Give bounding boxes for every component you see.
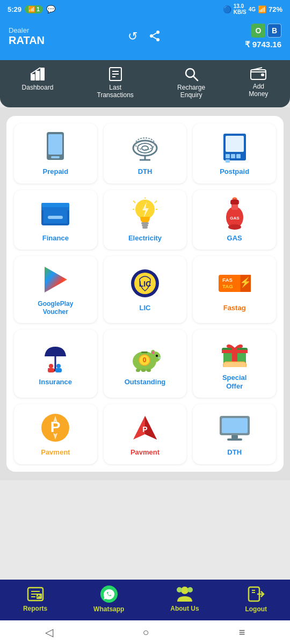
service-finance[interactable]: Finance	[14, 190, 97, 250]
outstanding-icon: 0	[129, 341, 161, 374]
bottom-whatsapp[interactable]: Whatsapp	[93, 585, 124, 613]
insurance-label: Insurance	[39, 378, 72, 386]
network-type: 4G	[249, 6, 256, 12]
service-payment1[interactable]: P Pavment	[14, 404, 97, 464]
svg-rect-88	[227, 438, 242, 441]
payment1-icon: P	[39, 412, 71, 444]
nav-recharge-enquiry[interactable]: Recharge Enquiry	[177, 67, 205, 99]
nav-dashboard-label: Dashboard	[22, 84, 54, 91]
nav-transactions-label: Last Transactions	[97, 84, 134, 99]
svg-point-96	[187, 587, 193, 592]
header-balance: O B ₹ 9743.16	[245, 24, 281, 49]
svg-text:LIC: LIC	[139, 280, 151, 288]
battery: 72%	[269, 5, 282, 13]
svg-rect-39	[142, 226, 148, 229]
gas-label: GAS	[227, 234, 242, 243]
dealer-name: RATAN	[9, 34, 45, 47]
fastag-label: Fastag	[223, 304, 246, 312]
insurance-icon	[39, 341, 71, 374]
service-postpaid[interactable]: Postpaid	[193, 123, 276, 184]
service-gas[interactable]: GAS GAS	[193, 190, 276, 250]
svg-rect-26	[226, 136, 244, 152]
svg-rect-72	[141, 352, 148, 353]
finance-icon	[39, 197, 71, 230]
svg-rect-6	[35, 71, 40, 80]
share-icon[interactable]	[148, 30, 161, 43]
svg-rect-75	[147, 369, 151, 372]
service-lic[interactable]: LIC LIC	[104, 256, 187, 323]
svg-point-0	[156, 31, 160, 34]
sim-badge: 📶 1	[25, 5, 43, 13]
svg-rect-18	[51, 156, 60, 158]
whatsapp-icon	[100, 585, 118, 603]
reports-label: Reports	[23, 605, 47, 612]
service-dth[interactable]: DTH	[104, 123, 187, 184]
badge-o: O	[251, 24, 265, 38]
bluetooth-icon: 🔵	[223, 5, 231, 13]
svg-point-12	[186, 69, 194, 77]
svg-line-4	[153, 33, 157, 35]
svg-rect-73	[136, 369, 140, 372]
dth-monitor-icon	[219, 412, 251, 444]
nav-dashboard[interactable]: Dashboard	[22, 67, 54, 99]
nav-add-money[interactable]: Add Money	[249, 67, 268, 99]
about-us-icon	[175, 586, 194, 603]
about-us-label: About Us	[170, 605, 199, 612]
nav-last-transactions[interactable]: Last Transactions	[97, 67, 134, 99]
android-back[interactable]: ◁	[45, 626, 53, 639]
service-dth2[interactable]: DTH	[193, 404, 276, 464]
bottom-reports[interactable]: Reports	[23, 586, 47, 612]
postpaid-label: Postpaid	[220, 167, 249, 176]
bottom-about-us[interactable]: About Us	[170, 586, 199, 612]
service-electricity[interactable]: Electricity	[104, 190, 187, 250]
service-grid: Prepaid DTH	[6, 116, 284, 472]
android-menu[interactable]: ≡	[239, 626, 245, 639]
svg-rect-27	[226, 154, 230, 158]
android-nav: ◁ ○ ≡	[0, 620, 290, 644]
svg-text:⚡: ⚡	[240, 276, 251, 288]
data-speed: 13.0KB/S	[234, 3, 247, 15]
svg-rect-30	[226, 159, 230, 163]
svg-rect-28	[231, 154, 235, 158]
svg-text:TAG: TAG	[222, 283, 233, 289]
nav-recharge-label: Recharge Enquiry	[177, 84, 205, 99]
svg-rect-81	[222, 350, 248, 353]
svg-rect-93	[37, 594, 42, 599]
googleplay-label: GooglePlay Voucher	[38, 300, 73, 316]
service-googleplay[interactable]: GooglePlay Voucher	[14, 256, 97, 323]
service-payment2[interactable]: P Pavment	[104, 404, 187, 464]
svg-rect-87	[231, 435, 238, 438]
balance-badges: O B	[251, 24, 281, 38]
electricity-label: Electricity	[128, 234, 162, 243]
svg-rect-63	[48, 368, 54, 372]
service-insurance[interactable]: Insurance	[14, 330, 97, 398]
svg-point-95	[181, 587, 189, 594]
badge-b: B	[267, 24, 281, 38]
payment2-label: Pavment	[130, 448, 160, 457]
main-content: Prepaid DTH	[0, 107, 290, 480]
nav-bar: Dashboard Last Transactions Recharge Enq…	[0, 60, 290, 107]
finance-label: Finance	[42, 234, 69, 243]
dashboard-icon	[30, 67, 46, 82]
service-special-offer[interactable]: Special Offer	[193, 330, 276, 398]
special-offer-icon	[219, 337, 251, 369]
payment1-label: Pavment	[41, 448, 70, 457]
service-outstanding[interactable]: 0 Outstanding	[104, 330, 187, 398]
postpaid-icon	[219, 131, 251, 163]
service-fastag[interactable]: FAS TAG ⚡ Fastag	[193, 256, 276, 323]
svg-line-3	[153, 37, 157, 39]
status-right: 🔵 13.0KB/S 4G 📶 72%	[223, 3, 282, 15]
status-bar: 5:29 📶 1 💬 🔵 13.0KB/S 4G 📶 72%	[0, 0, 290, 18]
svg-rect-86	[222, 418, 248, 433]
bottom-nav: Reports Whatsapp About Us	[0, 580, 290, 620]
service-prepaid[interactable]: Prepaid	[14, 123, 97, 184]
payment2-icon: P	[129, 412, 161, 444]
special-offer-label: Special Offer	[222, 374, 247, 390]
android-home[interactable]: ○	[143, 626, 149, 639]
bottom-logout[interactable]: Logout	[245, 585, 267, 613]
refresh-icon[interactable]: ↺	[128, 30, 137, 43]
svg-point-70	[156, 355, 158, 357]
balance-amount: ₹ 9743.16	[245, 40, 281, 49]
header-actions: ↺	[128, 30, 161, 43]
svg-text:FAS: FAS	[222, 277, 233, 283]
